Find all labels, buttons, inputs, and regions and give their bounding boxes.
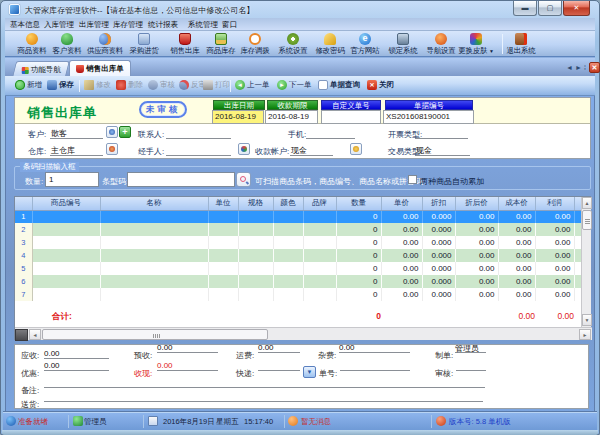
qty-input[interactable]: 1 xyxy=(45,172,99,187)
unaudit-button[interactable]: 反审 xyxy=(179,80,206,90)
minimize-button[interactable]: ▬ xyxy=(513,1,537,16)
toolbar-button-stock[interactable]: 商品库存 xyxy=(202,33,240,56)
customer-field[interactable]: 散客 xyxy=(50,128,103,139)
save-button[interactable]: 保存 xyxy=(47,80,74,90)
discount-field[interactable]: 0.00 xyxy=(44,361,109,371)
audit-button[interactable]: 审核 xyxy=(148,80,175,90)
menu-item-reports[interactable]: 统计报表 xyxy=(148,18,178,31)
col-name[interactable]: 名称 xyxy=(100,197,208,210)
close-doc-button[interactable]: ✕关闭 xyxy=(367,80,394,90)
menu-item-basic-info[interactable]: 基本信息 xyxy=(10,18,40,31)
new-button[interactable]: 新增 xyxy=(15,80,42,90)
col-color[interactable]: 颜色 xyxy=(273,197,303,210)
date-input[interactable]: 2016-08-19 xyxy=(212,110,264,124)
invoice-field[interactable] xyxy=(415,128,468,139)
grid-horizontal-scrollbar[interactable]: ◄ ► xyxy=(15,327,592,340)
cash-field[interactable]: 0.00 xyxy=(157,361,218,371)
col-spec[interactable]: 规格 xyxy=(238,197,273,210)
toolbar-button-products[interactable]: 商品资料 xyxy=(13,33,51,56)
misc-field[interactable]: 0.00 xyxy=(339,343,410,353)
scroll-left-icon[interactable]: ◄ xyxy=(29,329,41,340)
auto-accumulate-checkbox[interactable] xyxy=(408,175,417,184)
custom-no-input[interactable] xyxy=(321,110,381,124)
delete-button[interactable]: 删除 xyxy=(116,80,143,90)
warehouse-lookup-button[interactable] xyxy=(106,143,118,155)
contact-field[interactable] xyxy=(166,128,231,139)
menu-item-system[interactable]: 系统管理 xyxy=(188,18,218,31)
tab-scroll-right-icon[interactable]: ► xyxy=(575,64,582,71)
grid-row-1[interactable]: 100.000.0000.000.000.00 xyxy=(15,210,582,223)
horizontal-scroll-thumb[interactable] xyxy=(42,329,268,340)
auditor-field[interactable] xyxy=(456,361,486,371)
col-brand[interactable]: 品牌 xyxy=(303,197,336,210)
tab-list-icon[interactable]: ⁞ xyxy=(584,64,586,71)
handler-lookup-button[interactable] xyxy=(238,143,250,155)
phone-field[interactable] xyxy=(306,128,355,139)
col-unit[interactable]: 单位 xyxy=(208,197,238,210)
grid-vertical-scrollbar[interactable]: ▲ ▼ xyxy=(581,197,591,327)
col-price[interactable]: 单价 xyxy=(381,197,422,210)
toolbar-button-website[interactable]: e官方网站 xyxy=(346,33,384,56)
tracking-field[interactable] xyxy=(340,361,410,371)
prev-button[interactable]: ◄上一单 xyxy=(235,80,270,90)
grid-row-6[interactable]: 600.000.0000.000.000.00 xyxy=(15,275,582,288)
query-button[interactable]: 单据查询 xyxy=(318,80,360,90)
toolbar-button-password[interactable]: 修改密码 xyxy=(311,33,349,56)
maximize-button[interactable]: ▢ xyxy=(538,1,562,16)
scroll-down-icon[interactable]: ▼ xyxy=(582,314,592,326)
toolbar-button-customers[interactable]: 客户资料 xyxy=(48,33,86,56)
toolbar-button-exit-system[interactable]: 退出系统 xyxy=(502,33,540,56)
receivable-field[interactable]: 0.00 xyxy=(44,349,109,359)
account-lookup-button[interactable] xyxy=(350,143,362,155)
due-input[interactable]: 2016-08-19 xyxy=(265,110,318,124)
warehouse-field[interactable]: 主仓库 xyxy=(50,145,103,156)
grid-row-5[interactable]: 500.000.0000.000.000.00 xyxy=(15,262,582,275)
freight-field[interactable]: 0.00 xyxy=(258,343,300,353)
next-button[interactable]: ►下一单 xyxy=(277,80,312,90)
handler-field[interactable] xyxy=(166,145,231,156)
remark-field[interactable] xyxy=(44,378,485,388)
col-discounted-price[interactable]: 折后价 xyxy=(455,197,498,210)
menu-item-window[interactable]: 窗口 xyxy=(222,18,237,31)
grid-row-3[interactable]: 300.000.0000.000.000.00 xyxy=(15,236,582,249)
account-field[interactable]: 现金 xyxy=(290,145,333,156)
prepaid-field[interactable]: 0.00 xyxy=(157,343,218,353)
col-qty[interactable]: 数量 xyxy=(336,197,381,210)
grid-row-7[interactable]: 700.000.0000.000.000.00 xyxy=(15,288,582,301)
close-button[interactable]: ✕ xyxy=(563,1,590,16)
grid-row-2[interactable]: 200.000.0000.000.000.00 xyxy=(15,223,582,236)
menu-item-inbound[interactable]: 入库管理 xyxy=(44,18,74,31)
modify-button[interactable]: 修改 xyxy=(84,80,111,90)
tab-sales-order[interactable]: 销售出库单 xyxy=(69,60,131,77)
toolbar-button-sales-out[interactable]: 销售出库 xyxy=(166,33,204,56)
toolbar-button-lock[interactable]: 锁定系统 xyxy=(384,33,422,56)
trade-field[interactable]: 现金 xyxy=(415,145,470,156)
col-profit[interactable]: 利润 xyxy=(535,197,574,210)
col-product-code[interactable]: 商品编号 xyxy=(32,197,100,210)
toolbar-button-settings[interactable]: 系统设置 xyxy=(274,33,312,56)
menu-item-outbound[interactable]: 出库管理 xyxy=(79,18,109,31)
toolbar-button-suppliers[interactable]: 供应商资料 xyxy=(83,33,127,56)
toolbar-button-transfer[interactable]: 库存调拨 xyxy=(236,33,274,56)
customer-lookup-button[interactable] xyxy=(106,126,118,138)
express-dropdown-button[interactable]: ▼ xyxy=(303,366,316,378)
grid-row-4[interactable]: 400.000.0000.000.000.00 xyxy=(15,249,582,262)
express-field[interactable] xyxy=(258,361,300,371)
print-button[interactable]: 打印 xyxy=(203,80,230,90)
toolbar-button-purchase[interactable]: 采购进货 xyxy=(125,33,163,56)
barcode-input[interactable] xyxy=(127,172,235,187)
barcode-search-button[interactable] xyxy=(236,172,251,187)
customer-add-button[interactable]: + xyxy=(119,126,131,138)
tab-function-nav[interactable]: 功能导航 xyxy=(12,61,70,77)
toolbar-button-skin[interactable]: 更换皮肤 ▼ xyxy=(453,33,499,56)
col-discount[interactable]: 折扣 xyxy=(422,197,455,210)
doc-no-input[interactable]: XS201608190001 xyxy=(383,110,474,124)
col-cost[interactable]: 成本价 xyxy=(498,197,535,210)
menu-item-inventory[interactable]: 库存管理 xyxy=(113,18,143,31)
delivery-field[interactable] xyxy=(44,392,483,402)
tab-scroll-left-icon[interactable]: ◄ xyxy=(566,64,573,71)
tab-close-button[interactable]: ✕ xyxy=(589,62,600,73)
scroll-right-icon[interactable]: ► xyxy=(579,329,591,340)
vertical-scroll-thumb[interactable] xyxy=(582,210,592,230)
scroll-up-icon[interactable]: ▲ xyxy=(582,197,592,209)
